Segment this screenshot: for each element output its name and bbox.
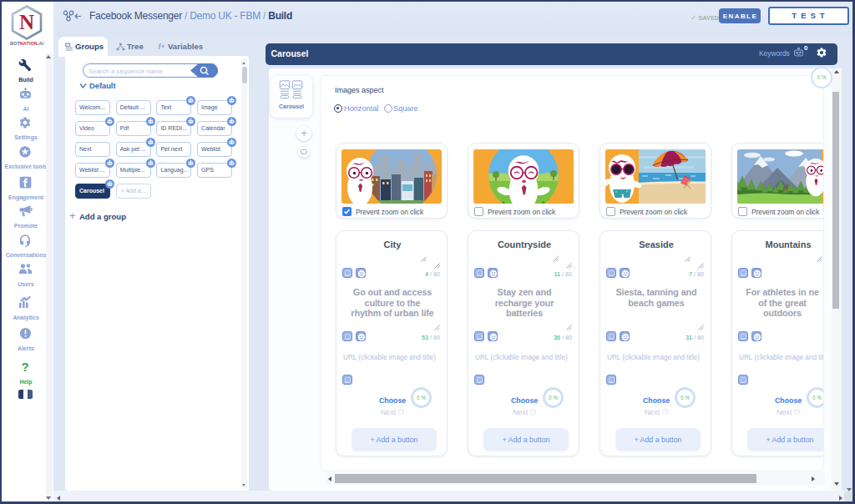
- svg-text:N: N: [19, 11, 34, 33]
